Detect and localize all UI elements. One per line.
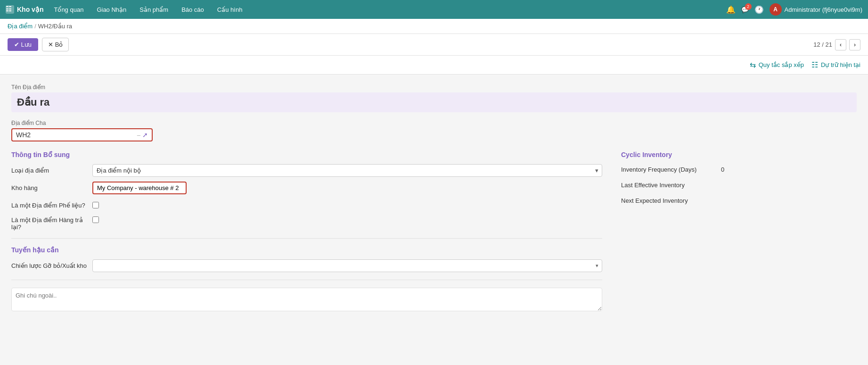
return-label: Là một Địa điểm Hàng trả lại? bbox=[11, 214, 87, 231]
form-col-right: Cyclic Inventory Inventory Frequency (Da… bbox=[621, 149, 857, 313]
form-columns: Thông tin Bổ sung Loại địa điểm Địa điểm… bbox=[11, 149, 857, 313]
parent-location-group: Địa điểm Cha – ➚ bbox=[11, 120, 857, 141]
next-expected-label: Next Expected Inventory bbox=[621, 195, 715, 205]
grid-icon: ☷ bbox=[6, 5, 14, 14]
warehouse-label: Kho hàng bbox=[11, 182, 87, 191]
route-title: Tuyến hậu cần bbox=[11, 246, 602, 254]
divider-2 bbox=[11, 280, 602, 280]
cyclic-title: Cyclic Inventory bbox=[621, 151, 857, 158]
additional-info-title: Thông tin Bổ sung bbox=[11, 151, 602, 158]
external-link-icon[interactable]: ➚ bbox=[142, 131, 148, 139]
parent-location-box: – ➚ bbox=[11, 128, 153, 141]
removal-strategy-select[interactable] bbox=[92, 259, 602, 272]
discard-button[interactable]: ✕ Bỏ bbox=[42, 38, 69, 51]
last-effective-value bbox=[721, 180, 857, 182]
save-button[interactable]: ✔ Lưu bbox=[8, 38, 38, 51]
notes-textarea[interactable] bbox=[11, 288, 602, 311]
location-type-select[interactable]: Địa điểm nội bộ Địa điểm nhà cung cấp Kh… bbox=[92, 164, 602, 177]
avatar: A bbox=[770, 3, 782, 16]
messages-badge[interactable]: 💬 2 bbox=[741, 6, 749, 13]
pagination: 12 / 21 ‹ › bbox=[813, 39, 860, 50]
user-menu[interactable]: A Administrator (fj6nyue0vi9m) bbox=[770, 3, 862, 16]
menu-item-receive[interactable]: Giao Nhận bbox=[91, 3, 132, 16]
warehouse-field-box bbox=[92, 182, 187, 194]
breadcrumb-parent[interactable]: Địa điểm bbox=[8, 23, 33, 30]
pagination-count: 12 / 21 bbox=[813, 41, 832, 48]
clock-icon[interactable]: 🕐 bbox=[754, 5, 764, 14]
inventory-frequency-label: Inventory Frequency (Days) bbox=[621, 164, 715, 174]
return-checkbox[interactable] bbox=[92, 216, 99, 223]
inventory-frequency-row: Inventory Frequency (Days) 0 bbox=[621, 164, 857, 174]
inventory-frequency-value: 0 bbox=[721, 164, 857, 173]
scrap-label: Là một Địa điểm Phế liệu? bbox=[11, 199, 87, 209]
parent-location-input[interactable] bbox=[16, 131, 137, 139]
sort-rules-label: Quy tắc sắp xếp bbox=[759, 61, 804, 68]
breadcrumb-separator: / bbox=[34, 23, 36, 30]
current-stock-button[interactable]: ☷ Dự trữ hiện tại bbox=[811, 60, 860, 69]
top-navigation: ☷ Kho vận Tổng quan Giao Nhận Sản phẩm B… bbox=[0, 0, 868, 19]
warehouse-row: Kho hàng bbox=[11, 182, 602, 194]
location-name-group: Tên Địa điểm bbox=[11, 84, 857, 112]
sort-rules-button[interactable]: ⇆ Quy tắc sắp xếp bbox=[750, 60, 804, 69]
parent-location-label: Địa điểm Cha bbox=[11, 120, 857, 126]
main-content: Tên Địa điểm Địa điểm Cha – ➚ Thông tin … bbox=[0, 75, 868, 322]
stock-icon: ☷ bbox=[811, 60, 818, 69]
warehouse-input[interactable] bbox=[97, 184, 182, 191]
location-type-row: Loại địa điểm Địa điểm nội bộ Địa điểm n… bbox=[11, 164, 602, 177]
menu-item-overview[interactable]: Tổng quan bbox=[48, 3, 89, 16]
pagination-prev[interactable]: ‹ bbox=[835, 39, 846, 50]
menu-item-products[interactable]: Sản phẩm bbox=[134, 3, 174, 16]
badge-count: 2 bbox=[745, 3, 752, 10]
menu-item-reports[interactable]: Báo cáo bbox=[176, 3, 210, 16]
bell-icon[interactable]: 🔔 bbox=[726, 5, 736, 14]
removal-strategy-wrapper: ▾ bbox=[92, 259, 602, 272]
location-type-label: Loại địa điểm bbox=[11, 164, 87, 174]
location-type-select-wrapper: Địa điểm nội bộ Địa điểm nhà cung cấp Kh… bbox=[92, 164, 602, 177]
form-col-left: Thông tin Bổ sung Loại địa điểm Địa điểm… bbox=[11, 149, 602, 313]
location-name-input[interactable] bbox=[11, 92, 857, 112]
location-name-label: Tên Địa điểm bbox=[11, 84, 857, 91]
app-logo[interactable]: ☷ Kho vận bbox=[6, 5, 43, 14]
scrap-checkbox[interactable] bbox=[92, 202, 99, 208]
toolbar: ✔ Lưu ✕ Bỏ 12 / 21 ‹ › bbox=[0, 34, 868, 56]
nav-right: 🔔 💬 2 🕐 A Administrator (fj6nyue0vi9m) bbox=[726, 3, 862, 16]
pagination-next[interactable]: › bbox=[849, 39, 860, 50]
shuffle-icon: ⇆ bbox=[750, 60, 756, 69]
main-menu: Tổng quan Giao Nhận Sản phẩm Báo cáo Cấu… bbox=[48, 3, 726, 16]
next-expected-value bbox=[721, 195, 857, 197]
removal-strategy-label: Chiến lược Gỡ bỏ/Xuất kho bbox=[11, 259, 87, 269]
current-stock-label: Dự trữ hiện tại bbox=[821, 61, 860, 68]
menu-item-config[interactable]: Cấu hình bbox=[212, 3, 248, 16]
action-bar: ⇆ Quy tắc sắp xếp ☷ Dự trữ hiện tại bbox=[0, 56, 868, 75]
scrap-row: Là một Địa điểm Phế liệu? bbox=[11, 199, 602, 209]
last-effective-label: Last Effective Inventory bbox=[621, 180, 715, 190]
breadcrumb: Địa điểm / WH2/Đầu ra bbox=[0, 19, 868, 34]
next-expected-row: Next Expected Inventory bbox=[621, 195, 857, 205]
user-name: Administrator (fj6nyue0vi9m) bbox=[785, 6, 862, 13]
divider-1 bbox=[11, 238, 602, 239]
app-name: Kho vận bbox=[17, 6, 43, 13]
breadcrumb-current: WH2/Đầu ra bbox=[38, 23, 72, 30]
return-row: Là một Địa điểm Hàng trả lại? bbox=[11, 214, 602, 231]
last-effective-row: Last Effective Inventory bbox=[621, 180, 857, 190]
removal-strategy-row: Chiến lược Gỡ bỏ/Xuất kho ▾ bbox=[11, 259, 602, 272]
parent-location-separator: – bbox=[137, 132, 140, 139]
